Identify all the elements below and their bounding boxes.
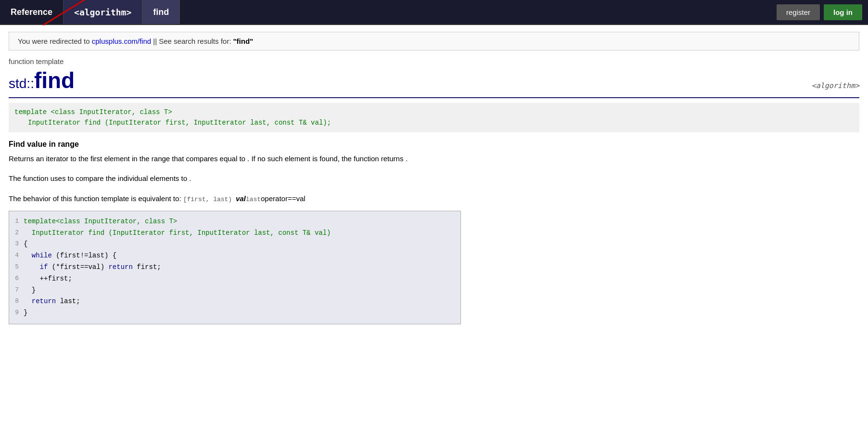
code-line-2: 2 InputIterator find (InputIterator firs… — [9, 228, 460, 239]
line-num-5: 5 — [9, 262, 24, 272]
line-num-2: 2 — [9, 228, 24, 238]
desc2-text: The function uses to compare the individ… — [9, 174, 191, 182]
nav-right: register log in — [777, 0, 868, 24]
equiv-code-inline: [first, last) — [183, 196, 236, 203]
redirect-banner: You were redirected to cplusplus.com/fin… — [9, 32, 859, 51]
login-label: log in — [833, 8, 853, 16]
redirect-search-term: "find" — [233, 37, 254, 45]
section-title-text: Find value in range — [9, 140, 79, 148]
description-1: Returns an iterator to the first element… — [9, 153, 859, 165]
code-line-1: 1 template<class InputIterator, class T> — [9, 216, 460, 228]
line-code-8: return last; — [24, 296, 460, 307]
description-2: The function uses to compare the individ… — [9, 172, 859, 185]
code-line-3: 3 { — [9, 239, 460, 250]
navbar: Reference <algorithm> find register log … — [0, 0, 868, 25]
line-code-4: while (first!=last) { — [24, 250, 460, 262]
template-line2: InputIterator find (InputIterator first,… — [14, 117, 854, 128]
redirect-link[interactable]: cplusplus.com/find — [92, 37, 151, 45]
title-prefix: std:: — [9, 76, 34, 91]
code-line-5: 5 if (*first==val) return first; — [9, 262, 460, 273]
title-name: find — [34, 68, 75, 93]
title-algo: <algorithm> — [812, 81, 859, 90]
description-3: The behavior of this function template i… — [9, 192, 859, 205]
code-line-8: 8 return last; — [9, 296, 460, 307]
line-code-9: } — [24, 307, 460, 319]
nav-find[interactable]: find — [142, 0, 180, 24]
code-line-9: 9 } — [9, 307, 460, 319]
line-num-8: 8 — [9, 296, 24, 307]
nav-reference-label: Reference — [11, 7, 52, 17]
nav-left: Reference <algorithm> find — [0, 0, 180, 24]
line-code-7: } — [24, 285, 460, 296]
line-num-7: 7 — [9, 285, 24, 295]
function-type-label: function template — [9, 57, 859, 65]
code-example: 1 template<class InputIterator, class T>… — [9, 211, 461, 324]
register-label: register — [786, 8, 810, 16]
code-line-7: 7 } — [9, 285, 460, 296]
line-code-5: if (*first==val) return first; — [24, 262, 460, 273]
redirect-middle: || See search results for: — [153, 37, 233, 45]
desc1-text: Returns an iterator to the first element… — [9, 154, 408, 163]
equiv-op-text: operator==val — [261, 194, 306, 203]
line-num-1: 1 — [9, 216, 24, 227]
nav-algorithm[interactable]: <algorithm> — [64, 0, 142, 24]
line-code-1: template<class InputIterator, class T> — [24, 216, 460, 228]
nav-algorithm-label: <algorithm> — [74, 7, 131, 17]
line-num-9: 9 — [9, 307, 24, 318]
template-signature: template <class InputIterator, class T> … — [9, 103, 859, 132]
function-type-text: function template — [9, 57, 64, 65]
algo-label-text: <algorithm> — [812, 81, 859, 90]
register-button[interactable]: register — [777, 4, 820, 20]
line-num-6: 6 — [9, 273, 24, 284]
page-title: std::find — [9, 67, 75, 93]
main-content: function template std::find <algorithm> … — [0, 57, 868, 339]
line-num-3: 3 — [9, 239, 24, 249]
nav-find-label: find — [153, 7, 169, 17]
line-code-3: { — [24, 239, 460, 250]
code-line-4: 4 while (first!=last) { — [9, 250, 460, 262]
redirect-prefix: You were redirected to — [18, 37, 92, 45]
desc3-text: The behavior of this function template i… — [9, 194, 181, 203]
equiv-italic-val: val — [236, 194, 246, 203]
line-code-6: ++first; — [24, 273, 460, 285]
nav-reference[interactable]: Reference — [0, 0, 64, 24]
line-code-2: InputIterator find (InputIterator first,… — [24, 228, 460, 239]
equiv-op-code: last — [246, 196, 261, 203]
section-title: Find value in range — [9, 140, 859, 149]
template-line1: template <class InputIterator, class T> — [14, 108, 172, 116]
title-line: std::find <algorithm> — [9, 67, 859, 98]
login-button[interactable]: log in — [824, 4, 862, 20]
code-line-6: 6 ++first; — [9, 273, 460, 285]
line-num-4: 4 — [9, 250, 24, 261]
